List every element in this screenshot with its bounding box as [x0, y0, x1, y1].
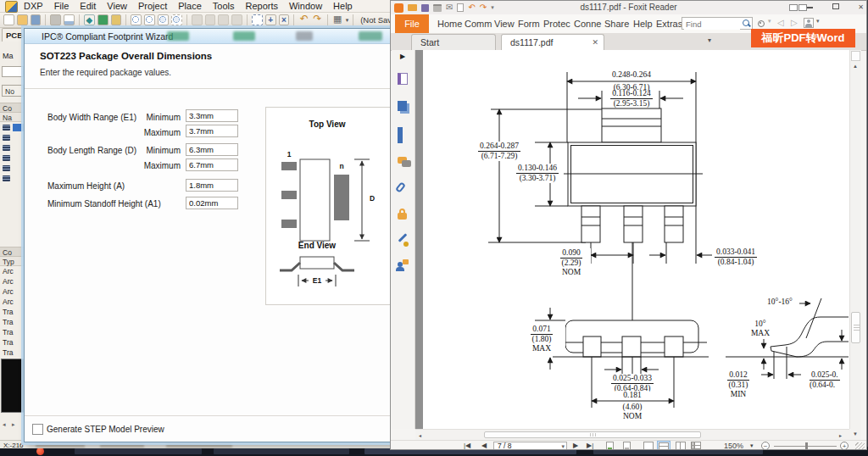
gear-caret-icon[interactable]: ▾ — [768, 18, 771, 25]
first-page-button[interactable]: |◀ — [464, 442, 470, 450]
tab-file[interactable]: File — [395, 14, 429, 33]
scroll-left-icon[interactable]: ◂ — [419, 432, 421, 438]
continuous-view-active[interactable] — [657, 441, 670, 450]
menu-place[interactable]: Place — [178, 1, 202, 12]
scroll-right-icon[interactable]: ▸ — [839, 432, 842, 438]
component-row[interactable] — [0, 174, 25, 183]
redo-icon[interactable]: ↷ — [312, 14, 323, 25]
snap-icon[interactable]: × — [279, 14, 290, 25]
move-icon[interactable]: + — [265, 14, 276, 25]
minimize-button[interactable] — [806, 3, 814, 11]
zoom-in-icon[interactable] — [131, 14, 142, 25]
taskbar-item[interactable] — [75, 448, 202, 454]
grid-caret-icon[interactable]: ▾ — [346, 17, 349, 24]
comments-panel-icon[interactable] — [398, 157, 407, 164]
print-icon[interactable] — [50, 14, 61, 25]
type-column-header[interactable]: Typ — [0, 257, 25, 266]
tab-protect[interactable]: Protec — [543, 14, 570, 33]
menu-reports[interactable]: Reports — [245, 1, 278, 12]
vertical-scroll-thumb[interactable] — [851, 312, 860, 343]
component-icon[interactable] — [97, 14, 108, 25]
zoom-slider-handle[interactable] — [805, 442, 808, 450]
zoom-out-icon[interactable] — [144, 14, 155, 25]
new-document-icon[interactable] — [3, 14, 14, 25]
zoom-caret-icon[interactable]: ▾ — [750, 442, 754, 450]
component-row[interactable] — [0, 133, 25, 142]
zoom-selection-icon[interactable] — [171, 14, 182, 25]
panel-scroll-left-icon[interactable]: ◂ — [3, 421, 6, 428]
view-3d-icon[interactable]: ◆ — [84, 14, 95, 25]
window-resize-grip[interactable] — [855, 442, 865, 450]
menu-window[interactable]: Window — [289, 1, 322, 12]
primitive-row[interactable]: Arc — [0, 287, 25, 297]
layers-panel-icon[interactable] — [398, 128, 403, 143]
continuous-facing-view-icon[interactable] — [691, 442, 701, 450]
menu-dxp[interactable]: DXP — [24, 1, 43, 12]
to-page-view-icon[interactable] — [623, 442, 631, 450]
tab-document-active[interactable]: ds1117.pdf ✕ — [501, 34, 604, 50]
undo-icon[interactable]: ↶ — [298, 14, 309, 25]
vertical-scrollbar[interactable]: ▲ — [849, 50, 861, 429]
standoff-input[interactable] — [186, 197, 238, 209]
panel-expand-icon[interactable]: ▶ — [400, 53, 405, 60]
account-avatar[interactable] — [804, 18, 814, 28]
grid-icon[interactable]: ▦ — [332, 14, 343, 25]
shared-review-panel-icon[interactable] — [398, 262, 403, 267]
last-page-button[interactable]: ▶| — [587, 442, 593, 450]
account-caret-icon[interactable]: ▾ — [816, 18, 820, 25]
find-input[interactable] — [684, 18, 740, 30]
primitive-row[interactable]: Arc — [0, 277, 25, 286]
zoom-in-button[interactable]: + — [840, 442, 849, 450]
signature-panel-icon[interactable] — [398, 236, 408, 239]
body-length-min-input[interactable] — [186, 143, 238, 156]
scroll-down-icon[interactable]: ▼ — [849, 429, 861, 440]
tab-form[interactable]: Form — [518, 14, 540, 33]
scroll-top-button[interactable] — [851, 51, 860, 61]
menu-file[interactable]: File — [54, 1, 70, 12]
name-column-header[interactable]: Na — [0, 113, 25, 122]
pages-panel-icon[interactable] — [398, 101, 407, 111]
menu-view[interactable]: View — [107, 1, 127, 12]
next-view-icon[interactable]: ▷ — [791, 18, 798, 27]
primitive-row[interactable]: Tra — [0, 328, 25, 337]
primitive-row[interactable]: Tra — [0, 338, 25, 348]
dxp-logo-icon[interactable] — [5, 1, 18, 13]
bookmarks-panel-icon[interactable] — [398, 73, 408, 85]
page-caret-icon[interactable]: ▾ — [561, 442, 565, 450]
single-page-view-icon[interactable] — [643, 442, 654, 450]
step-preview-checkbox[interactable] — [32, 424, 43, 435]
gear-icon[interactable] — [758, 20, 765, 27]
tab-home[interactable]: Home — [437, 14, 462, 33]
tab-comment[interactable]: Comm — [465, 14, 492, 33]
tab-help[interactable]: Help — [633, 14, 653, 33]
close-button[interactable]: ✕ — [857, 3, 865, 11]
restore-button[interactable] — [832, 3, 839, 11]
normal-button[interactable]: No — [2, 85, 24, 97]
body-width-max-input[interactable] — [186, 125, 238, 137]
dialog-titlebar[interactable]: IPC® Compliant Footprint Wizard — [25, 29, 392, 44]
component-row[interactable] — [0, 123, 25, 132]
menu-help[interactable]: Help — [333, 1, 353, 12]
facing-view-icon[interactable] — [676, 442, 686, 450]
save-icon[interactable] — [31, 14, 42, 25]
select-area-icon[interactable] — [252, 14, 263, 25]
mask-dropdown[interactable] — [2, 66, 24, 77]
horizontal-scrollbar[interactable]: ◂ ▸ — [415, 429, 849, 440]
tab-connect[interactable]: Conne — [574, 14, 601, 33]
foxit-titlebar[interactable]: ✉ ↶ ↷ ▾ ds1117.pdf - Foxit Reader ✕ — [391, 1, 866, 14]
component-row[interactable] — [0, 153, 25, 163]
close-tab-icon[interactable]: ✕ — [592, 35, 598, 50]
primitive-row[interactable]: Tra — [0, 318, 25, 327]
next-page-button[interactable]: ▶ — [573, 442, 578, 450]
tab-list-caret-icon[interactable]: ▾ — [708, 36, 711, 44]
previous-view-icon[interactable]: ◁ — [777, 18, 784, 27]
primitive-row[interactable]: Arc — [0, 267, 25, 276]
tab-start[interactable]: Start — [411, 34, 496, 50]
previous-page-button[interactable]: ◀ — [481, 442, 487, 450]
body-width-min-input[interactable] — [186, 109, 238, 122]
primitive-row[interactable]: Arc — [0, 298, 25, 307]
security-panel-icon[interactable] — [398, 213, 407, 220]
body-length-max-input[interactable] — [186, 158, 238, 171]
panel-scroll-right-icon[interactable]: ▸ — [12, 421, 15, 428]
taskbar-app-icon[interactable] — [36, 448, 44, 455]
